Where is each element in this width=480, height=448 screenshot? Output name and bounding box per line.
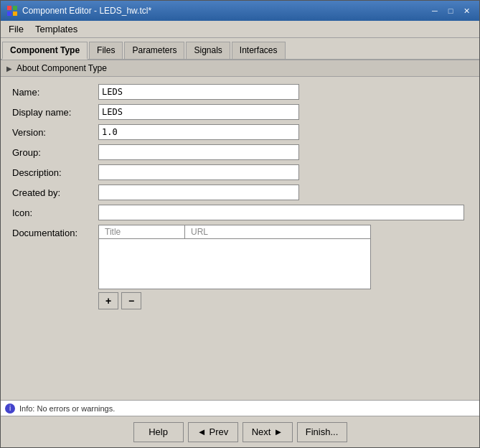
- svg-rect-3: [13, 11, 17, 16]
- window-title: Component Editor - LEDS_hw.tcl*: [22, 6, 151, 16]
- name-label: Name:: [12, 87, 98, 98]
- display-name-row: Display name:: [12, 104, 468, 120]
- form-area: Name: Display name: Version: Group: Desc…: [1, 77, 479, 400]
- finish-button[interactable]: Finish...: [297, 422, 347, 442]
- status-text: Info: No errors or warnings.: [19, 404, 115, 413]
- doc-buttons: + −: [98, 292, 371, 309]
- button-bar: Help ◄ Prev Next ► Finish...: [1, 416, 479, 447]
- svg-rect-1: [13, 6, 17, 10]
- menu-templates[interactable]: Templates: [30, 22, 83, 37]
- tab-files[interactable]: Files: [89, 42, 123, 60]
- svg-rect-0: [7, 6, 11, 10]
- doc-table-header: Title URL: [99, 225, 370, 239]
- tab-interfaces[interactable]: Interfaces: [232, 42, 286, 60]
- group-row: Group:: [12, 144, 468, 160]
- created-by-label: Created by:: [12, 187, 98, 198]
- icon-label: Icon:: [12, 207, 98, 218]
- created-by-row: Created by:: [12, 185, 468, 200]
- group-label: Group:: [12, 147, 98, 158]
- name-input[interactable]: [98, 84, 299, 100]
- svg-rect-2: [7, 11, 11, 16]
- collapse-arrow: ▶: [6, 65, 12, 73]
- main-window: Component Editor - LEDS_hw.tcl* ─ □ ✕ Fi…: [0, 0, 480, 448]
- tab-component-type[interactable]: Component Type: [2, 42, 88, 60]
- doc-url-header: URL: [185, 225, 214, 238]
- tab-bar: Component Type Files Parameters Signals …: [1, 38, 479, 60]
- title-bar-controls: ─ □ ✕: [428, 4, 474, 17]
- icon-input[interactable]: [98, 205, 464, 220]
- description-label: Description:: [12, 167, 98, 178]
- documentation-table: Title URL: [98, 225, 371, 289]
- tab-signals[interactable]: Signals: [186, 42, 230, 60]
- minimize-button[interactable]: ─: [428, 4, 442, 17]
- description-row: Description:: [12, 164, 468, 180]
- version-label: Version:: [12, 127, 98, 138]
- description-input[interactable]: [98, 164, 299, 180]
- tab-parameters[interactable]: Parameters: [124, 42, 184, 60]
- created-by-input[interactable]: [98, 185, 299, 200]
- next-button[interactable]: Next ►: [243, 422, 293, 442]
- doc-title-header: Title: [99, 225, 185, 238]
- display-name-input[interactable]: [98, 104, 299, 120]
- title-bar-left: Component Editor - LEDS_hw.tcl*: [6, 5, 151, 17]
- status-icon: i: [5, 403, 15, 414]
- menu-file[interactable]: File: [4, 22, 29, 37]
- status-bar: i Info: No errors or warnings.: [1, 400, 479, 416]
- name-row: Name:: [12, 84, 468, 100]
- maximize-button[interactable]: □: [443, 4, 458, 17]
- documentation-area: Title URL + −: [98, 225, 371, 309]
- add-doc-button[interactable]: +: [98, 292, 118, 309]
- section-header[interactable]: ▶ About Component Type: [1, 60, 479, 77]
- help-button[interactable]: Help: [133, 422, 184, 442]
- group-input[interactable]: [98, 144, 299, 160]
- next-label: Next: [252, 426, 271, 437]
- doc-table-body: [99, 239, 370, 288]
- remove-doc-button[interactable]: −: [121, 292, 141, 309]
- display-name-label: Display name:: [12, 107, 98, 118]
- version-input[interactable]: [98, 124, 299, 140]
- prev-button[interactable]: ◄ Prev: [188, 422, 238, 442]
- documentation-label: Documentation:: [12, 225, 98, 238]
- documentation-row: Documentation: Title URL + −: [12, 225, 468, 309]
- version-row: Version:: [12, 124, 468, 140]
- title-bar: Component Editor - LEDS_hw.tcl* ─ □ ✕: [1, 1, 479, 21]
- close-button[interactable]: ✕: [459, 4, 474, 17]
- next-arrow-icon: ►: [273, 426, 283, 437]
- prev-arrow-icon: ◄: [197, 426, 207, 437]
- menu-bar: File Templates: [1, 21, 479, 38]
- section-title: About Component Type: [17, 63, 107, 73]
- prev-label: Prev: [210, 426, 229, 437]
- icon-row: Icon:: [12, 205, 468, 220]
- app-icon: [6, 5, 18, 17]
